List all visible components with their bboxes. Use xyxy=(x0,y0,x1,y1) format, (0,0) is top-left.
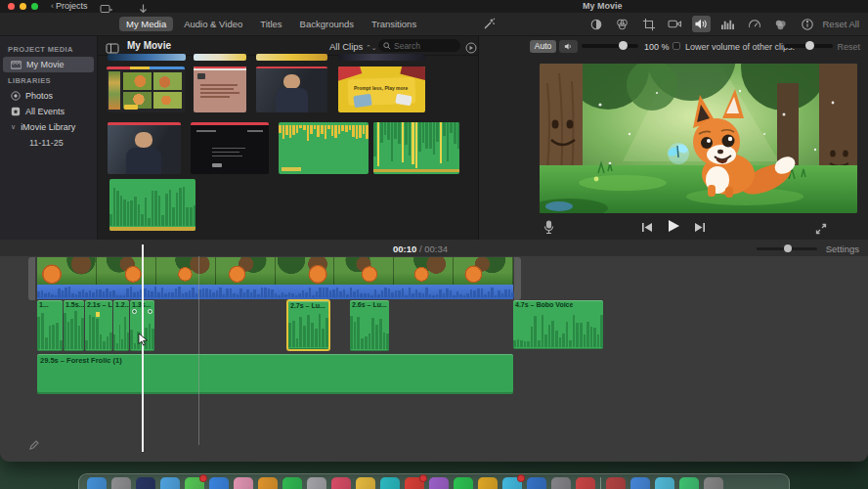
dock-app-icon[interactable] xyxy=(160,477,180,489)
color-balance-icon[interactable] xyxy=(586,16,605,32)
zoom-icon[interactable] xyxy=(31,3,38,10)
preview-viewer[interactable] xyxy=(540,64,857,213)
dock-app-icon[interactable] xyxy=(380,477,400,489)
reset-all-button[interactable]: Reset All xyxy=(823,19,860,29)
timeline-settings-button[interactable]: Settings xyxy=(826,244,859,254)
dock-app-icon[interactable] xyxy=(136,477,155,489)
clip-label: 1.5s... xyxy=(65,301,84,308)
media-thumb-screen-recording[interactable] xyxy=(107,67,185,112)
dock-app-icon[interactable] xyxy=(679,477,699,489)
media-thumb-partial[interactable] xyxy=(338,54,425,61)
dock-app-icon[interactable] xyxy=(429,477,449,489)
dock-app-icon[interactable] xyxy=(405,477,424,489)
media-thumb-audio[interactable] xyxy=(373,122,459,174)
sidebar-item-event-date[interactable]: 11-11-25 xyxy=(0,135,97,151)
dock-app-icon[interactable] xyxy=(502,477,522,489)
enhance-wand-icon[interactable] xyxy=(482,18,496,35)
crop-icon[interactable] xyxy=(639,16,658,32)
audio-clip[interactable]: 2.6s – Lu... xyxy=(350,300,389,351)
info-icon[interactable] xyxy=(798,16,816,32)
tab-transitions[interactable]: Transitions xyxy=(365,17,423,31)
play-icon[interactable] xyxy=(667,219,680,237)
media-thumb-webcam[interactable] xyxy=(256,67,327,112)
speed-icon[interactable] xyxy=(745,16,763,32)
edit-tool-icon[interactable] xyxy=(29,436,39,454)
dock-app-icon[interactable] xyxy=(209,477,229,489)
dock-app-icon[interactable] xyxy=(331,477,351,489)
lower-volume-checkbox[interactable] xyxy=(673,42,680,50)
mute-button[interactable] xyxy=(559,40,578,53)
media-thumb-terminal[interactable] xyxy=(191,122,269,174)
tab-audio-video[interactable]: Audio & Video xyxy=(177,17,249,31)
search-input[interactable] xyxy=(394,41,455,51)
volume-icon[interactable] xyxy=(692,16,711,32)
dock-app-icon[interactable] xyxy=(655,477,674,489)
tab-backgrounds[interactable]: Backgrounds xyxy=(293,17,361,31)
all-clips-dropdown[interactable]: All Clips ⌃⌄ xyxy=(329,41,377,52)
sidebar-item-photos[interactable]: Photos xyxy=(3,88,94,104)
tab-my-media[interactable]: My Media xyxy=(119,17,173,31)
search-field[interactable] xyxy=(378,39,460,52)
volume-slider[interactable] xyxy=(582,44,638,48)
audio-clip-selected[interactable]: 2.7s – Lu... xyxy=(286,299,330,351)
lower-volume-slider[interactable] xyxy=(784,44,833,48)
dock-app-icon[interactable] xyxy=(185,477,204,489)
sidebar-item-all-events[interactable]: All Events xyxy=(3,104,94,119)
skip-back-icon[interactable] xyxy=(641,219,653,237)
audio-clip[interactable]: 1.2... xyxy=(113,300,129,351)
audio-clip[interactable]: 2.1s – L... xyxy=(85,300,112,351)
dock-app-icon[interactable] xyxy=(356,477,375,489)
fade-handle[interactable] xyxy=(132,309,137,314)
dock-app-icon[interactable] xyxy=(551,477,571,489)
volume-slider-knob[interactable] xyxy=(619,41,628,50)
dock-app-icon[interactable] xyxy=(704,477,723,489)
media-thumb-partial[interactable] xyxy=(256,54,327,61)
media-thumb-partial[interactable] xyxy=(108,54,186,61)
sidebar-item-imovie-library[interactable]: ∨ iMovie Library xyxy=(3,119,94,135)
lower-volume-knob[interactable] xyxy=(805,41,814,50)
video-clip-filmstrip[interactable] xyxy=(37,257,513,285)
auto-volume-button[interactable]: Auto xyxy=(530,40,556,53)
dock-app-icon[interactable] xyxy=(527,477,546,489)
dock-app-icon[interactable] xyxy=(478,477,498,489)
projects-back-button[interactable]: ‹Projects xyxy=(51,1,88,11)
fade-handle[interactable] xyxy=(148,309,152,314)
sidebar-item-my-movie[interactable]: My Movie xyxy=(3,57,94,72)
dock-app-icon[interactable] xyxy=(606,477,626,489)
dock-app-icon[interactable] xyxy=(111,477,131,489)
dock-app-icon[interactable] xyxy=(87,477,107,489)
audio-clip[interactable]: 1.5s... xyxy=(64,300,84,351)
noise-reduction-icon[interactable] xyxy=(718,16,737,32)
dock-app-icon[interactable] xyxy=(307,477,326,489)
media-thumb-partial[interactable] xyxy=(194,54,246,61)
media-thumb-slide[interactable]: Prompt less, Play more xyxy=(338,67,425,112)
tab-titles[interactable]: Titles xyxy=(253,17,288,31)
stabilization-icon[interactable] xyxy=(666,16,684,32)
dock-app-icon[interactable] xyxy=(454,477,473,489)
media-thumb-document[interactable] xyxy=(194,67,246,112)
trim-handle-left[interactable] xyxy=(28,257,35,300)
volume-reset-button[interactable]: Reset xyxy=(837,42,860,52)
minimize-icon[interactable] xyxy=(20,3,26,10)
fullscreen-icon[interactable] xyxy=(815,221,827,239)
timeline-zoom-slider[interactable] xyxy=(757,247,817,250)
dock-app-icon[interactable] xyxy=(282,477,302,489)
background-music-clip[interactable]: 29.5s – Forest Frolic (1) xyxy=(37,354,513,394)
audio-clip-bobo[interactable]: 4.7s – Bobo Voice xyxy=(513,300,603,349)
trim-handle-right[interactable] xyxy=(514,257,521,300)
filters-icon[interactable] xyxy=(771,16,790,32)
close-icon[interactable] xyxy=(8,3,15,10)
media-thumb-audio[interactable] xyxy=(109,179,195,231)
media-thumb-webcam[interactable] xyxy=(108,122,181,174)
color-correction-icon[interactable] xyxy=(613,16,631,32)
media-thumb-audio[interactable] xyxy=(279,122,369,174)
dock-app-icon[interactable] xyxy=(630,477,650,489)
dock-app-icon[interactable] xyxy=(258,477,278,489)
skip-forward-icon[interactable] xyxy=(694,219,706,237)
dock-app-icon[interactable] xyxy=(234,477,253,489)
dock-app-icon[interactable] xyxy=(576,477,595,489)
video-clip-audio-strip[interactable] xyxy=(37,285,513,299)
autoplay-circle-icon[interactable] xyxy=(465,40,477,58)
timeline-zoom-knob[interactable] xyxy=(784,244,792,252)
audio-clip[interactable]: 1... xyxy=(37,300,63,351)
